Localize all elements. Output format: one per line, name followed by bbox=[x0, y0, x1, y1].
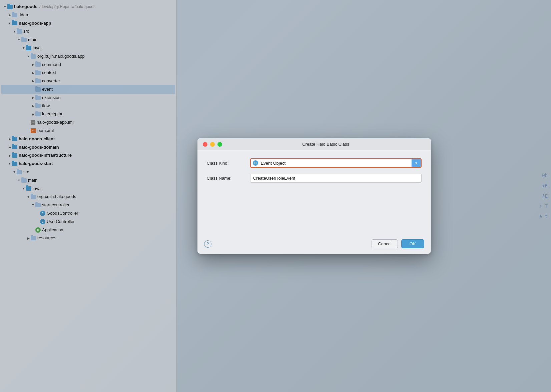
class-kind-value: Event Object bbox=[260, 159, 412, 167]
ok-button[interactable]: OK bbox=[401, 239, 424, 248]
class-name-row: Class Name: bbox=[207, 174, 422, 183]
select-icon-area: C bbox=[251, 159, 260, 167]
cancel-button[interactable]: Cancel bbox=[372, 239, 398, 248]
dialog-footer: ? Cancel OK bbox=[197, 235, 431, 254]
event-object-icon: C bbox=[253, 160, 258, 166]
class-name-wrapper bbox=[250, 174, 422, 183]
window-controls bbox=[203, 142, 222, 147]
dialog-spacer bbox=[207, 189, 422, 229]
dialog-title: Create Halo Basic Class bbox=[226, 142, 426, 147]
dialog-body: Class Kind: C Event Object ▾ Class Name: bbox=[197, 150, 431, 235]
class-kind-label: Class Kind: bbox=[207, 161, 250, 166]
class-kind-row: Class Kind: C Event Object ▾ bbox=[207, 158, 422, 168]
window-minimize-button[interactable] bbox=[210, 142, 215, 147]
class-kind-dropdown-button[interactable]: ▾ bbox=[412, 159, 421, 167]
dialog-titlebar: Create Halo Basic Class bbox=[197, 138, 431, 150]
window-maximize-button[interactable] bbox=[217, 142, 222, 147]
help-button[interactable]: ? bbox=[204, 240, 211, 248]
window-close-button[interactable] bbox=[203, 142, 207, 147]
class-kind-wrapper: C Event Object ▾ bbox=[250, 158, 422, 168]
class-name-label: Class Name: bbox=[207, 176, 250, 181]
create-class-dialog: Create Halo Basic Class Class Kind: C Ev… bbox=[197, 138, 431, 254]
class-kind-select[interactable]: C Event Object ▾ bbox=[250, 158, 422, 168]
class-name-input[interactable] bbox=[250, 174, 422, 183]
